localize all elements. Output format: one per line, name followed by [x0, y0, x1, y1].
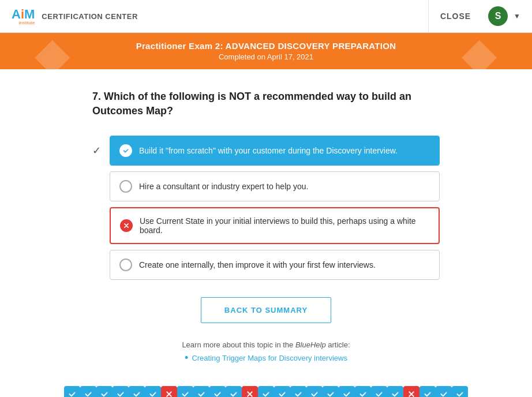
progress-dot-6	[145, 386, 161, 397]
progress-item-2[interactable]: 2	[80, 386, 96, 397]
bluehelp-label: BlueHelp	[295, 340, 326, 349]
progress-dot-18	[339, 386, 355, 397]
progress-dot-22	[403, 386, 419, 397]
banner-subtitle: Completed on April 17, 2021	[12, 53, 520, 61]
progress-item-9[interactable]: 9	[193, 386, 209, 397]
cert-center-label: CERTIFICATION CENTER	[42, 12, 137, 21]
progress-dot-5	[129, 386, 145, 397]
options-list: ✓ Build it "from scratch" with your cust…	[92, 136, 440, 280]
progress-item-21[interactable]: 21	[387, 386, 403, 397]
option-row-d: Create one internally, then improve it w…	[92, 250, 440, 280]
progress-dot-11	[226, 386, 242, 397]
logo-institute: institute	[12, 20, 35, 25]
progress-dot-13	[258, 386, 274, 397]
option-text-d: Create one internally, then improve it w…	[139, 260, 376, 269]
main-content: 7. Which of the following is NOT a recom…	[0, 69, 532, 374]
progress-section: 1234567891011121314151617181920212223242…	[0, 386, 532, 397]
progress-item-5[interactable]: 5	[129, 386, 145, 397]
progress-item-15[interactable]: 15	[290, 386, 306, 397]
progress-item-22[interactable]: 22	[403, 386, 419, 397]
progress-dot-1	[64, 386, 80, 397]
progress-dot-23	[419, 386, 436, 397]
progress-dot-24	[436, 386, 452, 397]
progress-item-17[interactable]: 17	[323, 386, 339, 397]
progress-item-12[interactable]: 12	[242, 386, 258, 397]
avatar[interactable]: S	[488, 6, 508, 26]
app-header: A i M institute CERTIFICATION CENTER CLO…	[0, 0, 532, 33]
question-body: Which of the following is NOT a recommen…	[92, 91, 411, 117]
progress-item-20[interactable]: 20	[371, 386, 387, 397]
logo: A i M institute	[12, 7, 35, 25]
progress-item-14[interactable]: 14	[274, 386, 290, 397]
progress-dot-25	[452, 386, 468, 397]
question-text: 7. Which of the following is NOT a recom…	[92, 89, 440, 118]
progress-item-8[interactable]: 8	[177, 386, 193, 397]
progress-dot-14	[274, 386, 290, 397]
learn-more-section: Learn more about this topic in the BlueH…	[92, 340, 440, 363]
banner-title: Practitioner Exam 2: ADVANCED DISCOVERY …	[12, 41, 520, 51]
x-circle-icon-c	[120, 219, 133, 232]
progress-item-16[interactable]: 16	[306, 386, 323, 397]
progress-item-1[interactable]: 1	[64, 386, 80, 397]
progress-dot-2	[80, 386, 96, 397]
banner-deco-left: ◆	[35, 33, 70, 69]
learn-more-suffix: article:	[326, 340, 350, 349]
progress-dot-20	[371, 386, 387, 397]
radio-icon-b	[119, 180, 132, 193]
progress-item-6[interactable]: 6	[145, 386, 161, 397]
progress-item-13[interactable]: 13	[258, 386, 274, 397]
check-circle-icon-a	[119, 144, 132, 157]
header-left: A i M institute CERTIFICATION CENTER	[12, 7, 138, 25]
progress-dot-10	[209, 386, 226, 397]
progress-item-23[interactable]: 23	[419, 386, 436, 397]
option-box-c[interactable]: Use Current State in your initial interv…	[110, 207, 440, 244]
back-to-summary-button[interactable]: BACK TO SUMMARY	[201, 297, 331, 323]
radio-icon-d	[119, 259, 132, 271]
option-row-b: Hire a consultant or industry expert to …	[92, 171, 440, 201]
chevron-down-icon[interactable]: ▼	[514, 12, 520, 20]
progress-dot-16	[306, 386, 323, 397]
close-button[interactable]: CLOSE	[428, 0, 482, 33]
progress-dot-12	[242, 386, 258, 397]
question-number: 7.	[92, 91, 101, 102]
progress-item-3[interactable]: 3	[96, 386, 113, 397]
progress-item-25[interactable]: 25	[452, 386, 468, 397]
progress-dot-21	[387, 386, 403, 397]
option-text-b: Hire a consultant or industry expert to …	[139, 182, 308, 191]
progress-item-11[interactable]: 11	[226, 386, 242, 397]
progress-item-10[interactable]: 10	[209, 386, 226, 397]
option-row-c: Use Current State in your initial interv…	[92, 207, 440, 244]
option-text-a: Build it "from scratch" with your custom…	[139, 146, 398, 155]
exam-banner: ◆ ◆ Practitioner Exam 2: ADVANCED DISCOV…	[0, 33, 532, 69]
article-link-row: • Creating Trigger Maps for Discovery in…	[92, 353, 440, 363]
outside-checkmark-a: ✓	[92, 144, 104, 157]
progress-dot-4	[113, 386, 129, 397]
progress-item-4[interactable]: 4	[113, 386, 129, 397]
banner-deco-right: ◆	[462, 33, 497, 69]
bullet-icon: •	[185, 353, 188, 363]
header-right: CLOSE S ▼	[428, 0, 520, 33]
progress-dot-3	[96, 386, 113, 397]
option-text-c: Use Current State in your initial interv…	[140, 216, 429, 235]
progress-item-19[interactable]: 19	[355, 386, 371, 397]
progress-dot-7	[161, 386, 177, 397]
progress-dot-19	[355, 386, 371, 397]
progress-dot-9	[193, 386, 209, 397]
article-link[interactable]: Creating Trigger Maps for Discovery inte…	[192, 354, 347, 362]
progress-dots: 1234567891011121314151617181920212223242…	[17, 386, 515, 397]
option-row-a: ✓ Build it "from scratch" with your cust…	[92, 136, 440, 166]
option-box-d[interactable]: Create one internally, then improve it w…	[110, 250, 440, 280]
progress-item-18[interactable]: 18	[339, 386, 355, 397]
btn-container: BACK TO SUMMARY	[92, 297, 440, 323]
option-box-b[interactable]: Hire a consultant or industry expert to …	[110, 171, 440, 201]
learn-more-prefix: Learn more about this topic in the	[182, 340, 295, 349]
progress-dot-15	[290, 386, 306, 397]
progress-item-7[interactable]: 7	[161, 386, 177, 397]
progress-dot-8	[177, 386, 193, 397]
progress-dot-17	[323, 386, 339, 397]
progress-item-24[interactable]: 24	[436, 386, 452, 397]
option-box-a[interactable]: Build it "from scratch" with your custom…	[110, 136, 440, 166]
